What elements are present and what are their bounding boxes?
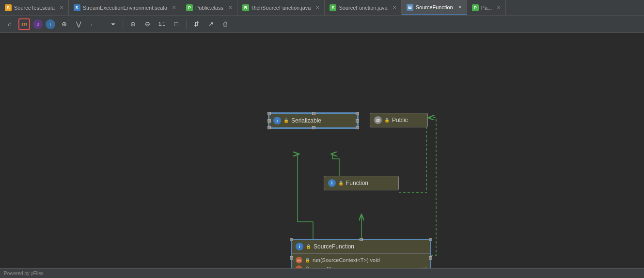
lock-icon-serializable: 🔒 [283,118,289,123]
badge-sourcefunction: i [296,243,303,250]
m-btn[interactable]: m [18,18,30,30]
toolbar: ⌂ m p i ⊕ ⋁ ⌐ ⚭ ⊕ ⊖ 1:1 □ ⇵ ↗ ⎙ [0,15,644,33]
node-function-title: Function [346,180,368,186]
tab-label: SourceFunction.java [339,5,387,11]
tab-label: Pa... [481,5,492,11]
lock-icon-function: 🔒 [338,181,344,185]
handle-bm-serializable[interactable] [312,126,315,129]
handle-tl-sf[interactable] [290,238,293,241]
handle-ml-serializable[interactable] [267,119,271,123]
handle-ml-sf[interactable] [290,256,293,260]
tab-richsourcefunction[interactable]: R RichSourceFunction.java ✕ [237,0,325,15]
node-public-header: @ 🔒 Public [370,113,427,127]
badge-public: @ [374,116,382,124]
ratio-btn[interactable]: 1:1 [156,18,168,30]
fit-btn[interactable]: □ [171,18,182,30]
link-btn[interactable]: ⚭ [107,18,119,30]
zoom-search-btn[interactable]: ⊕ [58,18,70,30]
toolbar-sep-3 [186,19,187,29]
print-btn[interactable]: ⎙ [220,18,231,30]
tab-pa[interactable]: P Pa... ✕ [467,0,506,15]
handle-mr-serializable[interactable] [356,119,359,123]
node-sourcefunction[interactable]: i 🔒 SourceFunction m 🔒 run(SourceContext… [291,239,431,268]
curve-btn[interactable]: ⌐ [87,18,99,30]
footer: Powered by yFiles [0,268,644,278]
tab-close-streamexecution[interactable]: ✕ [172,5,176,10]
tab-label: Public.class [195,5,223,11]
tab-close-sourcefunctionjava[interactable]: ✕ [393,5,396,10]
toolbar-sep-2 [123,19,123,29]
tab-icon-pa: P [472,4,479,11]
handle-mr-sf[interactable] [429,256,432,260]
node-serializable-header: i 🔒 Serializable [269,114,357,127]
tab-close-publicclass[interactable]: ✕ [228,5,232,10]
badge-function: i [328,179,336,187]
tab-sourcefunctionjava[interactable]: S SourceFunction.java ✕ [325,0,401,15]
share-btn[interactable]: ⇵ [190,18,202,30]
handle-bl-serializable[interactable] [267,126,271,129]
tab-bar: S SourceTest.scala ✕ S StreamExecutionEn… [0,0,644,15]
method-cancel: m 🔒 cancel() void [296,264,426,268]
tab-icon-streamexecution: S [74,4,80,11]
node-public-title: Public [392,117,408,124]
node-serializable[interactable]: i 🔒 Serializable [268,113,358,128]
node-function-header: i 🔒 Function [324,176,398,190]
handle-tr-serializable[interactable] [356,112,359,115]
lock-icon-public: 🔒 [384,118,390,123]
handle-tr-sf[interactable] [429,238,432,241]
tab-icon-sourcefunction: ⊞ [407,4,413,11]
badge-method-run: m [296,257,302,263]
arrows-overlay [0,33,644,268]
canvas[interactable]: i 🔒 Serializable @ 🔒 Public i 🔒 Function [0,33,644,268]
handle-tm-sf[interactable] [360,238,363,241]
toolbar-sep-1 [103,19,103,29]
method-run-name: run(SourceContext<T>) void [313,257,380,263]
tab-close-sourcefunction[interactable]: ✕ [458,4,462,10]
tab-label: StreamExecutionEnvironment.scala [83,5,167,11]
node-function[interactable]: i 🔒 Function [324,176,399,190]
node-sourcefunction-header: i 🔒 SourceFunction [292,240,430,253]
handle-tm-serializable[interactable] [312,112,315,115]
handle-br-serializable[interactable] [356,126,359,129]
tab-close-richsourcefunction[interactable]: ✕ [315,5,319,10]
footer-text: Powered by yFiles [4,271,44,276]
method-run-left: m 🔒 run(SourceContext<T>) void [296,257,380,263]
tab-streamexecution[interactable]: S StreamExecutionEnvironment.scala ✕ [69,0,181,15]
node-public[interactable]: @ 🔒 Public [370,113,428,127]
lock-icon-run: 🔒 [305,258,310,263]
method-run: m 🔒 run(SourceContext<T>) void [296,256,426,264]
zoom-in-btn[interactable]: ⊕ [127,18,139,30]
tab-close-pa[interactable]: ✕ [497,5,501,10]
info-btn[interactable]: i [46,19,55,29]
home-btn[interactable]: ⌂ [4,18,16,30]
tab-icon-sourcetestscala: S [5,4,12,11]
tab-icon-publicclass: P [186,4,193,11]
node-sourcefunction-body: m 🔒 run(SourceContext<T>) void m 🔒 cance… [292,253,430,268]
tab-sourcefunction[interactable]: ⊞ SourceFunction ✕ [402,0,467,15]
zoom-out-btn[interactable]: ⊖ [141,18,153,30]
node-serializable-title: Serializable [291,117,321,124]
tab-sourcetestscala[interactable]: S SourceTest.scala ✕ [0,0,69,15]
tab-icon-sourcefunctionjava: S [330,4,336,11]
badge-serializable: i [273,117,281,124]
tab-label: SourceTest.scala [14,5,55,11]
export-btn[interactable]: ↗ [205,18,217,30]
tab-icon-richsourcefunction: R [242,4,249,11]
lock-icon-sourcefunction: 🔒 [306,244,311,249]
p-btn[interactable]: p [33,19,43,29]
filter-btn[interactable]: ⋁ [73,18,84,30]
tab-label: RichSourceFunction.java [251,5,311,11]
node-sourcefunction-title: SourceFunction [314,243,354,250]
tab-close-sourcetestscala[interactable]: ✕ [60,5,63,10]
handle-tl-serializable[interactable] [267,112,271,115]
tab-label: SourceFunction [416,4,453,10]
tab-publicclass[interactable]: P Public.class ✕ [181,0,237,15]
